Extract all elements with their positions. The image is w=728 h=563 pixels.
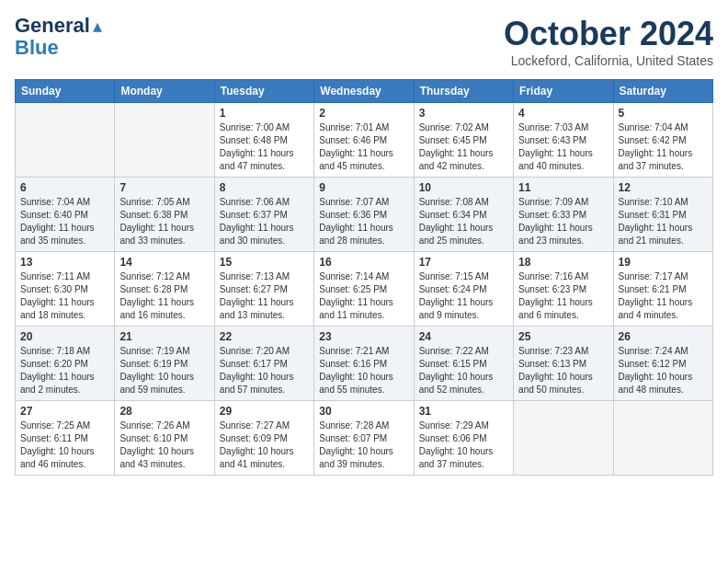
day-number: 14 (119, 256, 209, 269)
calendar-day-cell: 15Sunrise: 7:13 AMSunset: 6:27 PMDayligh… (214, 252, 313, 327)
day-info: Sunrise: 7:25 AMSunset: 6:11 PMDaylight:… (20, 419, 109, 471)
calendar-weekday-thursday: Thursday (414, 80, 513, 103)
day-info: Sunrise: 7:27 AMSunset: 6:09 PMDaylight:… (220, 419, 309, 471)
day-number: 31 (419, 405, 508, 418)
calendar-day-cell: 4Sunrise: 7:03 AMSunset: 6:43 PMDaylight… (514, 103, 613, 178)
day-info: Sunrise: 7:11 AMSunset: 6:30 PMDaylight:… (20, 270, 109, 322)
calendar-day-cell: 24Sunrise: 7:22 AMSunset: 6:15 PMDayligh… (414, 327, 513, 401)
month-title: October 2024 (504, 15, 713, 53)
day-number: 15 (220, 256, 309, 269)
day-number: 6 (20, 181, 109, 194)
calendar-day-cell: 8Sunrise: 7:06 AMSunset: 6:37 PMDaylight… (214, 178, 313, 252)
calendar-week-row: 6Sunrise: 7:04 AMSunset: 6:40 PMDaylight… (16, 178, 713, 252)
day-info: Sunrise: 7:28 AMSunset: 6:07 PMDaylight:… (319, 419, 408, 471)
day-info: Sunrise: 7:21 AMSunset: 6:16 PMDaylight:… (319, 345, 408, 396)
calendar-day-cell: 22Sunrise: 7:20 AMSunset: 6:17 PMDayligh… (214, 327, 313, 401)
day-info: Sunrise: 7:19 AMSunset: 6:19 PMDaylight:… (119, 345, 209, 396)
day-info: Sunrise: 7:16 AMSunset: 6:23 PMDaylight:… (518, 270, 608, 322)
calendar-day-cell: 18Sunrise: 7:16 AMSunset: 6:23 PMDayligh… (514, 252, 613, 327)
day-number: 28 (119, 405, 209, 418)
calendar-week-row: 27Sunrise: 7:25 AMSunset: 6:11 PMDayligh… (16, 401, 713, 476)
day-info: Sunrise: 7:09 AMSunset: 6:33 PMDaylight:… (518, 196, 608, 247)
calendar-weekday-monday: Monday (115, 80, 214, 103)
calendar-day-cell: 19Sunrise: 7:17 AMSunset: 6:21 PMDayligh… (613, 252, 712, 327)
day-number: 7 (119, 181, 209, 194)
calendar-day-cell: 23Sunrise: 7:21 AMSunset: 6:16 PMDayligh… (314, 327, 414, 401)
day-info: Sunrise: 7:20 AMSunset: 6:17 PMDaylight:… (220, 345, 309, 396)
day-number: 25 (518, 330, 608, 343)
calendar-day-cell: 6Sunrise: 7:04 AMSunset: 6:40 PMDaylight… (16, 178, 115, 252)
day-info: Sunrise: 7:02 AMSunset: 6:45 PMDaylight:… (419, 121, 508, 173)
calendar-weekday-sunday: Sunday (16, 80, 115, 103)
day-number: 5 (619, 107, 708, 120)
page-header: General ▴ Blue October 2024 Lockeford, C… (15, 15, 713, 68)
calendar-day-cell: 12Sunrise: 7:10 AMSunset: 6:31 PMDayligh… (613, 178, 712, 252)
calendar-header-row: SundayMondayTuesdayWednesdayThursdayFrid… (16, 80, 713, 103)
calendar-day-cell (16, 103, 115, 178)
day-number: 20 (20, 330, 109, 343)
day-number: 21 (119, 330, 209, 343)
day-number: 8 (220, 181, 309, 194)
logo-general: General (15, 15, 90, 37)
calendar-week-row: 13Sunrise: 7:11 AMSunset: 6:30 PMDayligh… (16, 252, 713, 327)
calendar-day-cell: 13Sunrise: 7:11 AMSunset: 6:30 PMDayligh… (16, 252, 115, 327)
day-number: 18 (518, 256, 608, 269)
calendar-day-cell: 17Sunrise: 7:15 AMSunset: 6:24 PMDayligh… (414, 252, 513, 327)
calendar-day-cell: 14Sunrise: 7:12 AMSunset: 6:28 PMDayligh… (115, 252, 214, 327)
calendar-weekday-wednesday: Wednesday (314, 80, 414, 103)
day-number: 2 (319, 107, 408, 120)
title-block: October 2024 Lockeford, California, Unit… (504, 15, 713, 68)
day-info: Sunrise: 7:17 AMSunset: 6:21 PMDaylight:… (619, 270, 708, 322)
calendar-day-cell: 9Sunrise: 7:07 AMSunset: 6:36 PMDaylight… (314, 178, 414, 252)
day-info: Sunrise: 7:14 AMSunset: 6:25 PMDaylight:… (319, 270, 408, 322)
day-number: 17 (419, 256, 508, 269)
day-info: Sunrise: 7:23 AMSunset: 6:13 PMDaylight:… (518, 345, 608, 396)
day-info: Sunrise: 7:12 AMSunset: 6:28 PMDaylight:… (119, 270, 209, 322)
day-info: Sunrise: 7:10 AMSunset: 6:31 PMDaylight:… (619, 196, 708, 247)
calendar-day-cell (514, 401, 613, 476)
calendar-weekday-tuesday: Tuesday (214, 80, 313, 103)
day-number: 4 (518, 107, 608, 120)
calendar-day-cell: 1Sunrise: 7:00 AMSunset: 6:48 PMDaylight… (214, 103, 313, 178)
calendar-day-cell: 3Sunrise: 7:02 AMSunset: 6:45 PMDaylight… (414, 103, 513, 178)
calendar-day-cell: 28Sunrise: 7:26 AMSunset: 6:10 PMDayligh… (115, 401, 214, 476)
calendar-day-cell: 20Sunrise: 7:18 AMSunset: 6:20 PMDayligh… (16, 327, 115, 401)
day-info: Sunrise: 7:06 AMSunset: 6:37 PMDaylight:… (220, 196, 309, 247)
calendar-day-cell: 31Sunrise: 7:29 AMSunset: 6:06 PMDayligh… (414, 401, 513, 476)
calendar-day-cell: 29Sunrise: 7:27 AMSunset: 6:09 PMDayligh… (214, 401, 313, 476)
logo-blue: Blue (15, 37, 59, 59)
day-number: 23 (319, 330, 408, 343)
day-number: 24 (419, 330, 508, 343)
calendar-day-cell: 5Sunrise: 7:04 AMSunset: 6:42 PMDaylight… (613, 103, 712, 178)
calendar-day-cell: 16Sunrise: 7:14 AMSunset: 6:25 PMDayligh… (314, 252, 414, 327)
day-number: 16 (319, 256, 408, 269)
calendar-day-cell: 26Sunrise: 7:24 AMSunset: 6:12 PMDayligh… (613, 327, 712, 401)
day-info: Sunrise: 7:01 AMSunset: 6:46 PMDaylight:… (319, 121, 408, 173)
day-info: Sunrise: 7:18 AMSunset: 6:20 PMDaylight:… (20, 345, 109, 396)
calendar-day-cell: 2Sunrise: 7:01 AMSunset: 6:46 PMDaylight… (314, 103, 414, 178)
calendar-week-row: 1Sunrise: 7:00 AMSunset: 6:48 PMDaylight… (16, 103, 713, 178)
logo: General ▴ Blue (15, 15, 102, 59)
day-info: Sunrise: 7:05 AMSunset: 6:38 PMDaylight:… (119, 196, 209, 247)
day-info: Sunrise: 7:07 AMSunset: 6:36 PMDaylight:… (319, 196, 408, 247)
day-info: Sunrise: 7:03 AMSunset: 6:43 PMDaylight:… (518, 121, 608, 173)
day-number: 13 (20, 256, 109, 269)
calendar-weekday-friday: Friday (514, 80, 613, 103)
day-number: 26 (619, 330, 708, 343)
calendar-table: SundayMondayTuesdayWednesdayThursdayFrid… (15, 79, 713, 476)
calendar-day-cell: 10Sunrise: 7:08 AMSunset: 6:34 PMDayligh… (414, 178, 513, 252)
calendar-week-row: 20Sunrise: 7:18 AMSunset: 6:20 PMDayligh… (16, 327, 713, 401)
day-info: Sunrise: 7:24 AMSunset: 6:12 PMDaylight:… (619, 345, 708, 396)
day-number: 3 (419, 107, 508, 120)
day-info: Sunrise: 7:00 AMSunset: 6:48 PMDaylight:… (220, 121, 309, 173)
day-number: 19 (619, 256, 708, 269)
day-number: 27 (20, 405, 109, 418)
day-info: Sunrise: 7:22 AMSunset: 6:15 PMDaylight:… (419, 345, 508, 396)
day-number: 12 (619, 181, 708, 194)
calendar-day-cell (613, 401, 712, 476)
day-info: Sunrise: 7:26 AMSunset: 6:10 PMDaylight:… (119, 419, 209, 471)
day-info: Sunrise: 7:04 AMSunset: 6:42 PMDaylight:… (619, 121, 708, 173)
day-number: 29 (220, 405, 309, 418)
day-number: 30 (319, 405, 408, 418)
location: Lockeford, California, United States (504, 53, 713, 68)
